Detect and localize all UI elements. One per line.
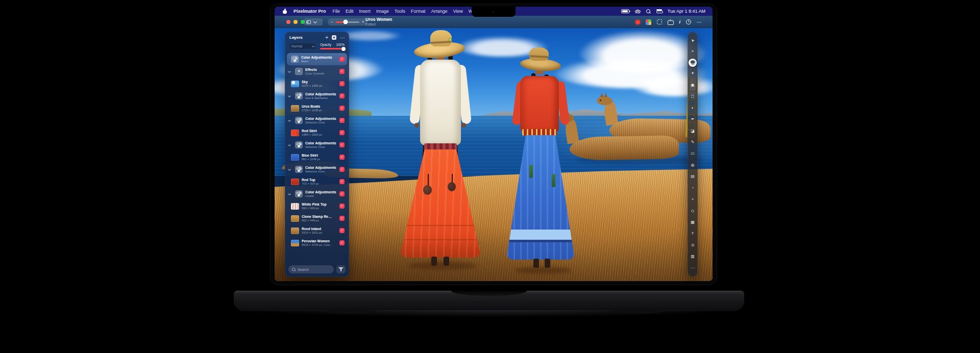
repair-tool[interactable]: + <box>688 195 697 204</box>
more-actions-icon[interactable]: ⋯ <box>697 19 702 25</box>
menu-arrange[interactable]: Arrange <box>431 9 448 14</box>
chevron-down-icon[interactable] <box>288 192 291 195</box>
color-swatches-icon[interactable] <box>646 19 651 25</box>
menu-edit[interactable]: Edit <box>346 9 354 14</box>
color-adjustments-tool[interactable] <box>689 59 697 67</box>
shapes-icon: ▦ <box>691 220 695 224</box>
menu-image[interactable]: Image <box>376 9 389 14</box>
layer-row[interactable]: Reed Island5314 × 1631 px✓ <box>287 224 347 237</box>
close-window-button[interactable] <box>286 20 290 24</box>
arrange-tool[interactable]: ➤ <box>688 36 697 45</box>
opacity-slider-knob[interactable] <box>341 47 346 51</box>
share-icon[interactable] <box>668 19 673 25</box>
gradient-tool[interactable]: ▤ <box>688 172 697 181</box>
layer-row[interactable]: Color AdjustmentsSelective Color✓ <box>287 163 347 175</box>
layer-row[interactable]: Color AdjustmentsSelective Color✓ <box>287 114 347 127</box>
clone-tool[interactable]: ◪ <box>688 127 697 136</box>
crop-tool[interactable]: ▣ <box>688 81 697 90</box>
quick-selection-tool[interactable]: ◐ <box>688 104 697 113</box>
layer-row[interactable]: Red Skirt1484 × 1504 px✓ <box>287 127 347 139</box>
layer-row[interactable]: Clone Stamp Reeds662 × 449 px✓ <box>287 212 347 224</box>
layer-visibility-checkbox[interactable]: ✓ <box>339 167 345 172</box>
retouch-tool[interactable]: ◔ <box>688 184 697 193</box>
layer-row[interactable]: Peruvian Women5616 × 3744 px, Color Adju… <box>287 237 347 249</box>
zoom-out-icon[interactable]: − <box>331 19 333 24</box>
menu-bar-clock[interactable]: Tue Apr 1 9:41 AM <box>668 9 705 14</box>
layer-row[interactable]: Red Top703 × 914 px✓ <box>287 175 347 188</box>
layer-visibility-checkbox[interactable]: ✓ <box>339 191 345 196</box>
chevron-down-icon[interactable] <box>288 143 291 146</box>
add-layer-button[interactable]: + <box>325 35 328 40</box>
app-menu-title[interactable]: Pixelmator Pro <box>293 9 326 14</box>
zoom-in-icon[interactable]: + <box>362 19 364 24</box>
sidebar-toggle-button[interactable] <box>304 18 323 26</box>
chevron-down-icon[interactable] <box>288 70 291 73</box>
menu-insert[interactable]: Insert <box>359 9 371 14</box>
minimize-window-button[interactable] <box>293 20 298 24</box>
chevron-down-icon[interactable] <box>288 119 291 122</box>
zoom-tool[interactable]: ⊙ <box>688 241 697 250</box>
layer-visibility-checkbox[interactable]: ✓ <box>339 106 345 111</box>
layer-visibility-checkbox[interactable]: ✓ <box>339 179 345 184</box>
color-fill-tool[interactable]: ◍ <box>688 161 697 170</box>
layer-visibility-checkbox[interactable]: ✓ <box>339 216 345 221</box>
layer-row[interactable]: Uros Boats1729 × 1108 px✓ <box>287 102 347 114</box>
zoom-slider-knob[interactable] <box>344 20 348 24</box>
chevron-down-icon[interactable] <box>288 94 291 97</box>
chevron-down-icon <box>313 19 317 23</box>
layer-row[interactable]: Blue Skirt861 × 1148 px✓ <box>287 151 347 163</box>
layer-row[interactable]: Color AdjustmentsHue & Saturation✓ <box>287 90 347 102</box>
record-status-icon[interactable] <box>635 20 640 24</box>
menu-view[interactable]: View <box>453 9 463 14</box>
opacity-slider[interactable] <box>320 48 345 49</box>
layer-visibility-checkbox[interactable]: ✓ <box>339 81 345 86</box>
filter-funnel-button[interactable] <box>336 265 346 273</box>
layer-visibility-checkbox[interactable]: ✓ <box>339 57 345 62</box>
layer-row[interactable]: Sky5214 × 1656 px✓ <box>287 78 347 90</box>
blend-mode-select[interactable]: Normal <box>289 43 316 49</box>
canvas-size-icon[interactable] <box>657 19 662 24</box>
layer-row[interactable]: ✦EffectsColor Controls✓ <box>287 65 347 78</box>
history-timer-icon[interactable] <box>686 19 691 24</box>
more-tool[interactable]: ⋯ <box>688 264 697 273</box>
layer-filter-icon[interactable] <box>332 35 336 40</box>
eraser-tool[interactable]: ▭ <box>688 149 697 158</box>
control-center-icon[interactable] <box>656 9 662 13</box>
shapes-tool[interactable]: ▦ <box>688 218 697 227</box>
layer-visibility-checkbox[interactable]: ✓ <box>339 240 345 245</box>
warp-tool[interactable]: ◇ <box>688 207 697 216</box>
zoom-slider[interactable]: − + <box>328 18 368 26</box>
selection-tool[interactable]: ◻ <box>688 92 697 101</box>
layer-visibility-checkbox[interactable]: ✓ <box>339 228 345 233</box>
layer-visibility-checkbox[interactable]: ✓ <box>339 155 345 160</box>
layer-row[interactable]: Color AdjustmentsBasic✓ <box>287 53 347 65</box>
menu-format[interactable]: Format <box>411 9 426 14</box>
apple-menu-icon[interactable] <box>283 9 287 14</box>
menu-file[interactable]: File <box>333 9 340 14</box>
layer-row[interactable]: White Pink Top992 × 926 px✓ <box>287 200 347 212</box>
zoom-slider-track[interactable] <box>336 21 359 23</box>
layer-visibility-checkbox[interactable]: ✓ <box>339 93 345 98</box>
menu-tools[interactable]: Tools <box>395 9 405 14</box>
layer-visibility-checkbox[interactable]: ✓ <box>339 118 345 123</box>
layer-row[interactable]: Color AdjustmentsLevels✓ <box>287 188 347 200</box>
layers-more-button[interactable]: ⋯ <box>340 35 345 40</box>
layers-search-field[interactable] <box>288 265 334 273</box>
brush-tool[interactable]: ✎ <box>688 138 697 147</box>
effects-tool[interactable]: ✦ <box>688 69 697 78</box>
type-tool[interactable]: T <box>688 229 697 238</box>
slice-tool[interactable]: ▥ <box>688 252 697 261</box>
layer-visibility-checkbox[interactable]: ✓ <box>339 142 345 147</box>
layer-visibility-checkbox[interactable]: ✓ <box>339 69 345 74</box>
layer-visibility-checkbox[interactable]: ✓ <box>339 130 345 135</box>
battery-icon[interactable] <box>621 9 629 13</box>
search-input[interactable] <box>298 268 334 271</box>
info-icon[interactable]: i <box>679 19 680 24</box>
layer-visibility-checkbox[interactable]: ✓ <box>339 204 345 209</box>
style-tool[interactable]: ⌖ <box>688 47 697 56</box>
pen-tool[interactable]: ✒ <box>688 115 697 124</box>
chevron-down-icon[interactable] <box>288 168 291 171</box>
layer-row[interactable]: Color AdjustmentsSelective Color✓ <box>287 139 347 151</box>
spotlight-search-icon[interactable] <box>646 9 651 14</box>
wifi-icon[interactable] <box>635 9 641 13</box>
